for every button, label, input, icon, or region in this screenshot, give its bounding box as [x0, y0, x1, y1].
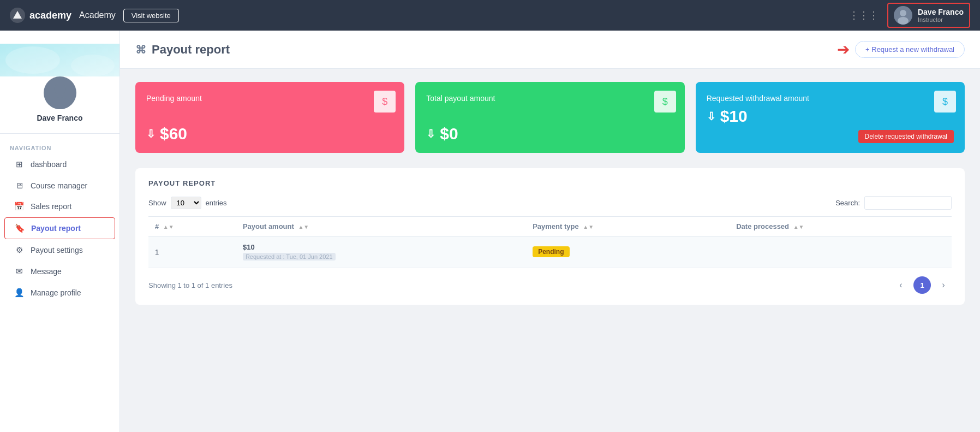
- search-input[interactable]: [864, 196, 952, 210]
- sort-arrows-date: ▲▼: [793, 224, 804, 230]
- sidebar-item-label: Course manager: [31, 181, 87, 190]
- total-payout-card: $ Total payout amount ⇩ $0: [415, 82, 684, 153]
- payout-table: # ▲▼ Payout amount ▲▼ Payment type ▲▼: [148, 216, 952, 268]
- dashboard-icon: ⊞: [14, 159, 24, 169]
- sidebar-item-label: dashboard: [31, 160, 67, 169]
- row-num: 1: [148, 236, 236, 268]
- svg-point-1: [900, 10, 906, 16]
- topnav-right: ⋮⋮⋮ Dave Franco Instructor: [849, 3, 970, 28]
- avatar: [894, 6, 912, 25]
- entries-label: entries: [206, 199, 227, 207]
- request-withdrawal-button[interactable]: + Request a new withdrawal: [855, 41, 965, 58]
- svg-point-6: [54, 83, 66, 95]
- sidebar-item-label: Message: [31, 267, 62, 276]
- payout-settings-icon: ⚙: [14, 245, 24, 255]
- pending-value: ⇩ $60: [146, 125, 393, 143]
- user-name: Dave Franco: [918, 8, 964, 17]
- course-manager-icon: 🖥: [14, 181, 24, 190]
- user-profile-button[interactable]: Dave Franco Instructor: [887, 3, 970, 28]
- nav-academy-label: Academy: [79, 10, 116, 20]
- requested-down-arrow: ⇩: [707, 110, 716, 123]
- sidebar-item-payout-report[interactable]: 🔖 Payout report: [4, 217, 115, 239]
- sidebar-item-payout-settings[interactable]: ⚙ Payout settings: [4, 240, 115, 261]
- sort-arrows-amount: ▲▼: [298, 224, 309, 230]
- pending-dollar-icon: $: [374, 91, 396, 113]
- current-page[interactable]: 1: [913, 276, 931, 294]
- sidebar: Dave Franco NAVIGATION ⊞ dashboard 🖥 Cou…: [0, 31, 120, 432]
- delete-withdrawal-button[interactable]: Delete requested withdrawal: [858, 130, 954, 143]
- requested-withdrawal-card: $ Requested withdrawal amount ⇩ $10 Dele…: [696, 82, 965, 153]
- total-label: Total payout amount: [426, 94, 673, 103]
- row-amount: $10 Requested at : Tue, 01 Jun 2021: [236, 236, 526, 268]
- sidebar-item-dashboard[interactable]: ⊞ dashboard: [4, 154, 115, 175]
- sort-arrows-type: ▲▼: [583, 224, 594, 230]
- table-controls: Show 10 25 50 100 entries Search:: [148, 196, 952, 210]
- entries-select[interactable]: 10 25 50 100: [171, 197, 201, 209]
- sidebar-item-sales-report[interactable]: 📅 Sales report: [4, 196, 115, 217]
- row-date-processed: [730, 236, 952, 268]
- show-label: Show: [148, 199, 166, 207]
- sidebar-item-label: Manage profile: [31, 288, 81, 297]
- col-payout-amount: Payout amount ▲▼: [236, 217, 526, 236]
- col-date-processed: Date processed ▲▼: [730, 217, 952, 236]
- sidebar-item-label: Sales report: [31, 202, 71, 211]
- visit-website-button[interactable]: Visit website: [123, 9, 179, 22]
- app-name: academy: [29, 10, 71, 21]
- total-down-arrow: ⇩: [426, 127, 435, 140]
- total-dollar-icon: $: [654, 91, 676, 113]
- message-icon: ✉: [14, 267, 24, 276]
- sidebar-user-name: Dave Franco: [37, 114, 82, 122]
- sort-arrows-num: ▲▼: [163, 224, 174, 230]
- sidebar-item-label: Payout report: [31, 224, 81, 233]
- arrow-right-icon: ➔: [837, 40, 850, 58]
- grid-icon[interactable]: ⋮⋮⋮: [849, 9, 879, 21]
- table-section: PAYOUT REPORT Show 10 25 50 100 entries …: [135, 168, 965, 305]
- requested-at-label: Requested at : Tue, 01 Jun 2021: [243, 253, 336, 261]
- svg-point-2: [898, 17, 909, 25]
- sidebar-item-message[interactable]: ✉ Message: [4, 261, 115, 282]
- amount-value: $10: [243, 243, 519, 251]
- app-logo[interactable]: academy: [10, 8, 71, 23]
- main-content: ⌘ Payout report ➔ + Request a new withdr…: [120, 31, 980, 432]
- top-navigation: academy Academy Visit website ⋮⋮⋮ Dave F…: [0, 0, 980, 31]
- requested-dollar-icon: $: [934, 91, 956, 113]
- payout-report-icon: 🔖: [15, 223, 25, 233]
- row-payment-type: Pending: [526, 236, 730, 268]
- page-header: ⌘ Payout report ➔ + Request a new withdr…: [120, 31, 980, 69]
- sales-report-icon: 📅: [14, 202, 24, 211]
- next-page-button[interactable]: ›: [935, 277, 952, 293]
- stat-cards: $ Pending amount ⇩ $60 $ Total payout am…: [135, 82, 965, 153]
- sidebar-item-label: Payout settings: [31, 246, 83, 255]
- page-title-text: Payout report: [152, 43, 230, 57]
- payout-report-title-icon: ⌘: [135, 43, 146, 56]
- pending-label: Pending amount: [146, 94, 393, 103]
- sidebar-avatar: [44, 76, 76, 109]
- pending-badge: Pending: [533, 246, 569, 257]
- sidebar-profile: Dave Franco: [0, 76, 119, 134]
- table-footer: Showing 1 to 1 of 1 entries ‹ 1 ›: [148, 276, 952, 294]
- requested-label: Requested withdrawal amount: [707, 94, 954, 103]
- search-area: Search:: [835, 196, 952, 210]
- requested-value: ⇩ $10: [707, 107, 954, 126]
- table-section-title: PAYOUT REPORT: [148, 179, 952, 187]
- withdrawal-action: ➔ + Request a new withdrawal: [837, 40, 965, 58]
- table-row: 1 $10 Requested at : Tue, 01 Jun 2021 Pe…: [148, 236, 952, 268]
- page-title: ⌘ Payout report: [135, 43, 230, 57]
- svg-point-7: [50, 97, 70, 109]
- user-info: Dave Franco Instructor: [918, 8, 964, 23]
- col-num: # ▲▼: [148, 217, 236, 236]
- pending-amount-card: $ Pending amount ⇩ $60: [135, 82, 404, 153]
- prev-page-button[interactable]: ‹: [893, 277, 909, 293]
- showing-text: Showing 1 to 1 of 1 entries: [148, 281, 232, 289]
- total-value: ⇩ $0: [426, 125, 673, 143]
- show-entries-control: Show 10 25 50 100 entries: [148, 197, 227, 209]
- manage-profile-icon: 👤: [14, 288, 24, 298]
- col-payment-type: Payment type ▲▼: [526, 217, 730, 236]
- pagination: ‹ 1 ›: [893, 276, 952, 294]
- search-label: Search:: [835, 199, 860, 207]
- sidebar-top-image: [0, 44, 119, 76]
- svg-point-4: [5, 46, 60, 74]
- sidebar-item-manage-profile[interactable]: 👤 Manage profile: [4, 282, 115, 303]
- sidebar-item-course-manager[interactable]: 🖥 Course manager: [4, 175, 115, 196]
- svg-point-5: [71, 55, 115, 76]
